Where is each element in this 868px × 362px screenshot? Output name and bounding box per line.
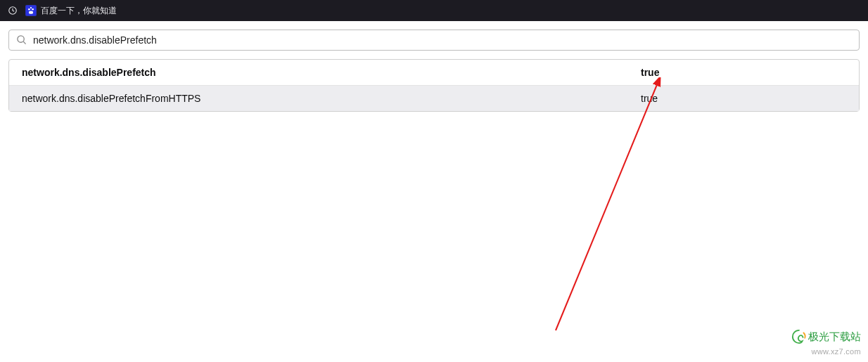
watermark-url: www.xz7.com bbox=[791, 347, 861, 356]
tab-title[interactable]: 百度一下，你就知道 bbox=[41, 5, 117, 17]
annotation-arrow bbox=[542, 77, 682, 337]
pref-name: network.dns.disablePrefetchFromHTTPS bbox=[22, 93, 641, 104]
config-results-table: network.dns.disablePrefetch true network… bbox=[8, 59, 860, 112]
svg-line-8 bbox=[556, 83, 658, 330]
search-input[interactable] bbox=[33, 34, 852, 46]
config-search-bar[interactable] bbox=[8, 30, 860, 51]
pref-value: true bbox=[641, 67, 846, 78]
svg-line-7 bbox=[23, 41, 25, 44]
pref-value: true bbox=[641, 93, 846, 104]
svg-point-2 bbox=[28, 8, 30, 11]
tab-favicon bbox=[25, 5, 37, 16]
watermark-logo-icon bbox=[791, 329, 807, 344]
svg-point-6 bbox=[18, 36, 24, 42]
history-icon[interactable] bbox=[7, 5, 18, 16]
watermark-text: 极光下载站 bbox=[808, 330, 861, 343]
pref-name: network.dns.disablePrefetch bbox=[22, 67, 641, 78]
table-row[interactable]: network.dns.disablePrefetchFromHTTPS tru… bbox=[9, 86, 859, 111]
browser-tab-bar: 百度一下，你就知道 bbox=[0, 0, 868, 21]
svg-point-3 bbox=[32, 8, 34, 11]
svg-point-4 bbox=[29, 11, 33, 13]
search-icon bbox=[16, 34, 27, 46]
watermark: 极光下载站 www.xz7.com bbox=[791, 329, 861, 356]
table-row[interactable]: network.dns.disablePrefetch true bbox=[9, 60, 859, 86]
svg-point-5 bbox=[30, 7, 32, 8]
